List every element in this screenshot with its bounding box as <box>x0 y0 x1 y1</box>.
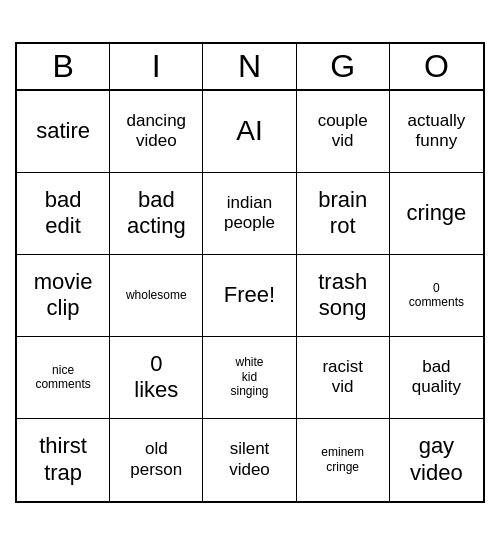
cell-12: Free! <box>203 255 296 337</box>
cell-0: satire <box>17 91 110 173</box>
cell-text-21: old person <box>130 439 182 480</box>
cell-15: nice comments <box>17 337 110 419</box>
cell-13: trash song <box>297 255 390 337</box>
cell-17: white kid singing <box>203 337 296 419</box>
cell-text-6: bad acting <box>127 187 186 240</box>
cell-19: bad quality <box>390 337 483 419</box>
cell-text-9: cringe <box>406 200 466 226</box>
cell-text-5: bad edit <box>45 187 82 240</box>
cell-2: AI <box>203 91 296 173</box>
cell-9: cringe <box>390 173 483 255</box>
cell-4: actually funny <box>390 91 483 173</box>
cell-text-3: couple vid <box>318 111 368 152</box>
cell-text-23: eminem cringe <box>321 445 364 474</box>
bingo-header: BINGO <box>17 44 483 91</box>
cell-text-1: dancing video <box>127 111 187 152</box>
cell-7: indian people <box>203 173 296 255</box>
cell-text-18: racist vid <box>322 357 363 398</box>
cell-1: dancing video <box>110 91 203 173</box>
cell-text-20: thirst trap <box>39 433 87 486</box>
cell-21: old person <box>110 419 203 501</box>
cell-18: racist vid <box>297 337 390 419</box>
cell-14: 0 comments <box>390 255 483 337</box>
cell-3: couple vid <box>297 91 390 173</box>
cell-8: brain rot <box>297 173 390 255</box>
cell-text-2: AI <box>236 114 262 148</box>
cell-text-14: 0 comments <box>409 281 464 310</box>
header-O: O <box>390 44 483 89</box>
cell-text-19: bad quality <box>412 357 461 398</box>
cell-22: silent video <box>203 419 296 501</box>
header-B: B <box>17 44 110 89</box>
cell-23: eminem cringe <box>297 419 390 501</box>
cell-20: thirst trap <box>17 419 110 501</box>
cell-24: gay video <box>390 419 483 501</box>
cell-text-16: 0 likes <box>134 351 178 404</box>
cell-text-10: movie clip <box>34 269 93 322</box>
cell-6: bad acting <box>110 173 203 255</box>
cell-10: movie clip <box>17 255 110 337</box>
bingo-card: BINGO satiredancing videoAIcouple vidact… <box>15 42 485 503</box>
cell-5: bad edit <box>17 173 110 255</box>
cell-text-22: silent video <box>229 439 270 480</box>
cell-text-24: gay video <box>410 433 463 486</box>
cell-text-4: actually funny <box>408 111 466 152</box>
cell-text-15: nice comments <box>35 363 90 392</box>
cell-text-17: white kid singing <box>230 355 268 398</box>
cell-text-0: satire <box>36 118 90 144</box>
header-N: N <box>203 44 296 89</box>
cell-11: wholesome <box>110 255 203 337</box>
cell-text-11: wholesome <box>126 288 187 302</box>
header-G: G <box>297 44 390 89</box>
cell-text-8: brain rot <box>318 187 367 240</box>
cell-text-7: indian people <box>224 193 275 234</box>
cell-text-13: trash song <box>318 269 367 322</box>
cell-16: 0 likes <box>110 337 203 419</box>
cell-text-12: Free! <box>224 282 275 308</box>
bingo-grid: satiredancing videoAIcouple vidactually … <box>17 91 483 501</box>
header-I: I <box>110 44 203 89</box>
